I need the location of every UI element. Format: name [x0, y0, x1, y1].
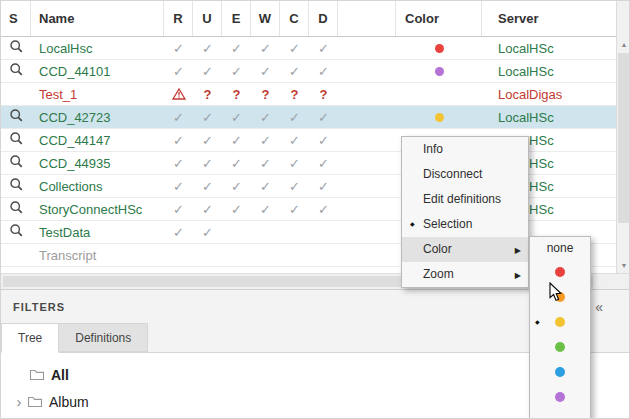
chevron-right-icon[interactable]: ›: [11, 394, 27, 410]
check-icon: ✓: [193, 225, 222, 240]
question-mark: ?: [251, 87, 280, 102]
check-icon: ✓: [222, 64, 251, 79]
vertical-scrollbar-thumb[interactable]: [618, 53, 630, 223]
check-icon: ✓: [309, 41, 338, 56]
row-name: LocalHsc: [31, 41, 164, 56]
scroll-up-icon[interactable]: ▲: [617, 37, 630, 52]
menu-item-edit-definitions[interactable]: Edit definitions: [402, 187, 528, 212]
header-name[interactable]: Name: [31, 1, 164, 36]
check-icon: ✓: [164, 41, 193, 56]
header-r[interactable]: R: [164, 1, 193, 36]
scroll-down-icon[interactable]: ▼: [617, 258, 630, 273]
table-row[interactable]: CCD_44101✓✓✓✓✓✓LocalHSc: [1, 60, 616, 83]
check-icon: ✓: [280, 110, 309, 125]
check-icon: ✓: [309, 133, 338, 148]
search-icon[interactable]: [9, 108, 24, 126]
submenu-arrow-icon: ▶: [515, 263, 521, 288]
search-cell: [1, 200, 31, 218]
header-server[interactable]: Server: [482, 1, 616, 36]
search-cell: [1, 108, 31, 126]
header-spacer: [338, 1, 396, 36]
color-dot: [435, 67, 444, 76]
check-icon: ✓: [251, 179, 280, 194]
search-icon[interactable]: [9, 154, 24, 172]
check-icon: ✓: [280, 133, 309, 148]
table-row[interactable]: CCD_42723✓✓✓✓✓✓LocalHSc: [1, 106, 616, 129]
header-u[interactable]: U: [193, 1, 222, 36]
search-cell: [1, 177, 31, 195]
check-icon: ✓: [164, 179, 193, 194]
menu-item-label: Selection: [423, 217, 472, 231]
check-icon: ✓: [309, 179, 338, 194]
submenu-color-item[interactable]: [530, 259, 590, 284]
search-icon[interactable]: [9, 131, 24, 149]
collapse-panel-icon[interactable]: «: [595, 299, 603, 315]
search-icon[interactable]: [9, 39, 24, 57]
search-icon[interactable]: [9, 177, 24, 195]
menu-item-disconnect[interactable]: Disconnect: [402, 162, 528, 187]
submenu-item-none[interactable]: none: [530, 237, 590, 259]
question-mark: ?: [280, 87, 309, 102]
menu-item-label: Disconnect: [423, 167, 482, 181]
mouse-cursor: [549, 282, 563, 302]
selection-bullet-icon: ◆: [410, 212, 415, 237]
vertical-scrollbar[interactable]: ▲ ▼: [616, 1, 630, 273]
header-s[interactable]: S: [1, 1, 31, 36]
header-c[interactable]: C: [280, 1, 309, 36]
check-icon: ✓: [251, 202, 280, 217]
submenu-color-item[interactable]: [530, 359, 590, 384]
search-cell: [1, 62, 31, 80]
check-icon: ✓: [309, 110, 338, 125]
search-cell: [1, 154, 31, 172]
submenu-color-item[interactable]: [530, 334, 590, 359]
warning-icon: [164, 88, 193, 100]
table-row[interactable]: LocalHsc✓✓✓✓✓✓LocalHSc: [1, 37, 616, 60]
tab-definitions[interactable]: Definitions: [59, 323, 148, 352]
tab-tree[interactable]: Tree: [1, 323, 59, 353]
header-color[interactable]: Color: [396, 1, 482, 36]
menu-item-info[interactable]: Info: [402, 137, 528, 162]
header-w[interactable]: W: [251, 1, 280, 36]
question-mark: ?: [193, 87, 222, 102]
folder-icon: [27, 395, 43, 408]
menu-item-zoom[interactable]: Zoom▶: [402, 262, 528, 287]
check-icon: ✓: [193, 202, 222, 217]
row-name: Collections: [31, 179, 164, 194]
submenu-arrow-icon: ▶: [515, 238, 521, 263]
color-dot: [555, 267, 565, 277]
submenu-color-item[interactable]: [530, 384, 590, 409]
search-icon[interactable]: [9, 62, 24, 80]
check-icon: ✓: [251, 110, 280, 125]
check-icon: ✓: [280, 64, 309, 79]
menu-item-label: Zoom: [423, 267, 454, 281]
row-color: [396, 67, 482, 76]
check-icon: ✓: [280, 179, 309, 194]
menu-item-selection[interactable]: ◆Selection: [402, 212, 528, 237]
check-icon: ✓: [164, 110, 193, 125]
check-icon: ✓: [251, 64, 280, 79]
search-cell: [1, 223, 31, 241]
table-row[interactable]: Test_1?????LocalDigas: [1, 83, 616, 106]
search-cell: [1, 39, 31, 57]
search-icon[interactable]: [9, 200, 24, 218]
folder-icon: [29, 368, 45, 381]
header-e[interactable]: E: [222, 1, 251, 36]
header-d[interactable]: D: [309, 1, 338, 36]
row-name: Test_1: [31, 87, 164, 102]
row-name: StoryConnectHSc: [31, 202, 164, 217]
check-icon: ✓: [193, 133, 222, 148]
color-dot: [555, 367, 565, 377]
selected-color-marker-icon: ◆: [535, 318, 540, 325]
color-dot: [555, 317, 565, 327]
table-header: S Name R U E W C D Color Server: [1, 1, 616, 37]
check-icon: ✓: [193, 179, 222, 194]
search-icon[interactable]: [9, 223, 24, 241]
submenu-color-item[interactable]: ◆: [530, 309, 590, 334]
check-icon: ✓: [309, 156, 338, 171]
row-server: LocalHSc: [482, 64, 616, 79]
check-icon: ✓: [222, 202, 251, 217]
menu-item-color[interactable]: Color▶: [402, 237, 528, 262]
row-color: [396, 44, 482, 53]
check-icon: ✓: [251, 133, 280, 148]
tree-item-label: All: [51, 367, 69, 383]
